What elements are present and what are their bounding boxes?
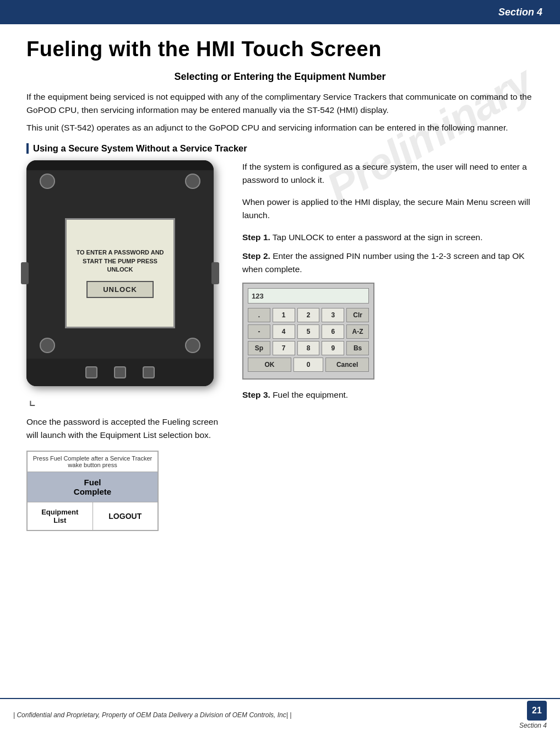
sub-heading: Selecting or Entering the Equipment Numb…: [26, 71, 534, 83]
pin-key-0[interactable]: 0: [293, 358, 324, 372]
header-section-label: Section 4: [498, 7, 542, 18]
main-content: Fueling with the HMI Touch Screen Select…: [0, 24, 560, 575]
two-col-layout: TO ENTER A PASSWORD AND START THE PUMP P…: [26, 160, 534, 531]
pin-display: 123: [248, 288, 369, 304]
corner-btn-tr: [185, 174, 200, 189]
corner-btn-bl: [40, 338, 55, 353]
hmi-screen: TO ENTER A PASSWORD AND START THE PUMP P…: [65, 218, 175, 328]
right-para2: When power is applied to the HMI display…: [242, 196, 534, 222]
step1-text: Step 1. Tap UNLOCK to enter a password a…: [242, 231, 534, 244]
pin-key-bs[interactable]: Bs: [346, 341, 369, 355]
pin-key-az[interactable]: A-Z: [346, 324, 369, 339]
hmi-bottom-area: [26, 359, 214, 386]
pin-pad-image: 123 . 1 2 3 Clr - 4 5 6 A-Z: [242, 283, 374, 380]
intro-para1: If the equipment being serviced is not e…: [26, 90, 534, 117]
bracket-symbol: ⌞: [29, 391, 225, 409]
pin-key-ok[interactable]: OK: [248, 358, 291, 372]
fuel-screen-header: Press Fuel Complete after a Service Trac…: [28, 452, 157, 472]
pin-key-clr[interactable]: Clr: [346, 308, 369, 322]
fuel-screen-bottom: Equipment List LOGOUT: [28, 502, 157, 530]
side-btn-left: [21, 262, 29, 284]
pin-key-minus[interactable]: -: [248, 324, 270, 339]
pin-key-3[interactable]: 3: [322, 308, 344, 322]
col-left: TO ENTER A PASSWORD AND START THE PUMP P…: [26, 160, 225, 531]
pin-key-9[interactable]: 9: [322, 341, 344, 355]
footer-right: 21 Section 4: [519, 701, 560, 729]
pin-key-4[interactable]: 4: [273, 324, 295, 339]
fuel-screen-logout-button[interactable]: LOGOUT: [93, 502, 158, 530]
footer-page-number: 21: [527, 701, 547, 721]
hmi-nav-btn-3[interactable]: [143, 366, 155, 378]
step3-text: Step 3. Fuel the equipment.: [242, 388, 534, 402]
header-bar: Section 4: [0, 0, 560, 24]
hmi-nav-btn-2[interactable]: [114, 366, 126, 378]
pin-row-2: - 4 5 6 A-Z: [248, 324, 369, 339]
pin-key-cancel[interactable]: Cancel: [325, 358, 369, 372]
col-right: If the system is configured as a secure …: [242, 160, 534, 407]
pin-key-sp[interactable]: Sp: [248, 341, 270, 355]
pin-key-7[interactable]: 7: [273, 341, 295, 355]
pin-key-2[interactable]: 2: [297, 308, 320, 322]
pin-key-5[interactable]: 5: [297, 324, 320, 339]
corner-btn-tl: [40, 174, 55, 189]
step2-text: Step 2. Enter the assigned PIN number us…: [242, 250, 534, 276]
corner-btn-br: [185, 338, 200, 353]
pin-key-1[interactable]: 1: [273, 308, 295, 322]
footer-section-label: Section 4: [519, 722, 547, 729]
fuel-screen-fuel-complete: Fuel Complete: [28, 472, 157, 502]
pin-key-8[interactable]: 8: [297, 341, 320, 355]
below-hmi-text: Once the password is accepted the Fuelin…: [26, 415, 225, 442]
side-btn-right: [211, 262, 219, 284]
intro-para2: This unit (ST-542) operates as an adjunc…: [26, 121, 534, 134]
footer-text: | Confidential and Proprietary, Property…: [0, 711, 519, 719]
hmi-screen-line1: TO ENTER A PASSWORD AND START THE PUMP P…: [76, 248, 164, 274]
hmi-device-image: TO ENTER A PASSWORD AND START THE PUMP P…: [26, 160, 214, 386]
pin-key-dot[interactable]: .: [248, 308, 270, 322]
pin-row-1: . 1 2 3 Clr: [248, 308, 369, 322]
footer: | Confidential and Proprietary, Property…: [0, 698, 560, 731]
pin-key-6[interactable]: 6: [322, 324, 344, 339]
hmi-unlock-button[interactable]: UNLOCK: [86, 281, 154, 298]
hmi-nav-btn-1[interactable]: [85, 366, 97, 378]
pin-row-4: OK 0 Cancel: [248, 358, 369, 372]
right-intro-text: If the system is configured as a secure …: [242, 160, 534, 187]
pin-row-3: Sp 7 8 9 Bs: [248, 341, 369, 355]
page: Section 4 Preliminary Fueling with the H…: [0, 0, 560, 731]
fuel-screen-image: Press Fuel Complete after a Service Trac…: [26, 451, 159, 531]
section-heading: Using a Secure System Without a Service …: [26, 143, 534, 154]
fuel-screen-equipment-list[interactable]: Equipment List: [28, 502, 93, 530]
page-title: Fueling with the HMI Touch Screen: [26, 37, 534, 61]
hmi-top-bar: [26, 160, 214, 170]
